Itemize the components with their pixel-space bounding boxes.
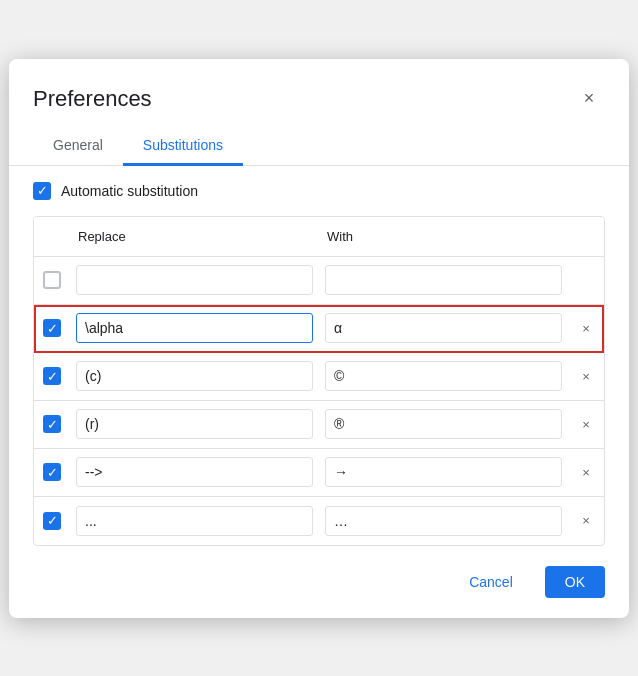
row-with-copyright [319, 357, 568, 395]
tab-general[interactable]: General [33, 127, 123, 166]
checkmark-icon: ✓ [37, 184, 48, 197]
table-row: ✓ × [34, 305, 604, 353]
auto-substitution-row: ✓ Automatic substitution [33, 182, 605, 200]
ok-button[interactable]: OK [545, 566, 605, 598]
checkmark-copyright-icon: ✓ [47, 370, 58, 383]
checkbox-copyright[interactable]: ✓ [43, 367, 61, 385]
replace-input-registered[interactable] [76, 409, 313, 439]
with-input-registered[interactable] [325, 409, 562, 439]
dialog-header: Preferences × [9, 59, 629, 127]
with-input-copyright[interactable] [325, 361, 562, 391]
checkmark-registered-icon: ✓ [47, 418, 58, 431]
table-body: ✓ × ✓ [34, 257, 604, 545]
tab-content: ✓ Automatic substitution Replace With [9, 182, 629, 546]
with-input-alpha[interactable] [325, 313, 562, 343]
row-replace-empty [70, 261, 319, 299]
delete-icon-arrow: × [582, 465, 590, 480]
row-replace-alpha [70, 309, 319, 347]
header-with: With [319, 225, 568, 248]
delete-icon-alpha: × [582, 321, 590, 336]
row-with-alpha [319, 309, 568, 347]
substitutions-table: Replace With [33, 216, 605, 546]
row-delete-registered[interactable]: × [568, 417, 604, 432]
header-replace: Replace [70, 225, 319, 248]
replace-input-alpha[interactable] [76, 313, 313, 343]
cancel-button[interactable]: Cancel [449, 566, 533, 598]
row-delete-arrow[interactable]: × [568, 465, 604, 480]
row-checkbox-alpha[interactable]: ✓ [34, 319, 70, 337]
row-with-registered [319, 405, 568, 443]
with-input-ellipsis[interactable] [325, 506, 562, 536]
table-row: ✓ × [34, 449, 604, 497]
table-row: ✓ × [34, 353, 604, 401]
with-input-empty[interactable] [325, 265, 562, 295]
checkmark-alpha-icon: ✓ [47, 322, 58, 335]
table-row: ✓ × [34, 401, 604, 449]
close-icon: × [584, 88, 595, 109]
row-with-arrow [319, 453, 568, 491]
with-input-arrow[interactable] [325, 457, 562, 487]
row-checkbox-arrow[interactable]: ✓ [34, 463, 70, 481]
auto-substitution-checkbox[interactable]: ✓ [33, 182, 51, 200]
dialog-footer: Cancel OK [9, 546, 629, 598]
checkbox-arrow[interactable]: ✓ [43, 463, 61, 481]
row-replace-arrow [70, 453, 319, 491]
header-checkbox-col [34, 225, 70, 248]
row-checkbox-ellipsis[interactable]: ✓ [34, 512, 70, 530]
delete-icon-registered: × [582, 417, 590, 432]
table-header: Replace With [34, 217, 604, 257]
checkbox-ellipsis[interactable]: ✓ [43, 512, 61, 530]
table-row [34, 257, 604, 305]
replace-input-ellipsis[interactable] [76, 506, 313, 536]
row-delete-alpha[interactable]: × [568, 321, 604, 336]
checkbox-registered[interactable]: ✓ [43, 415, 61, 433]
replace-input-arrow[interactable] [76, 457, 313, 487]
dialog-title: Preferences [33, 86, 152, 112]
row-replace-copyright [70, 357, 319, 395]
row-with-empty [319, 261, 568, 299]
row-checkbox-registered[interactable]: ✓ [34, 415, 70, 433]
checkbox-alpha[interactable]: ✓ [43, 319, 61, 337]
row-delete-ellipsis[interactable]: × [568, 513, 604, 528]
row-delete-copyright[interactable]: × [568, 369, 604, 384]
row-replace-ellipsis [70, 502, 319, 540]
row-checkbox-empty[interactable] [34, 271, 70, 289]
header-delete-col [568, 225, 604, 248]
close-button[interactable]: × [573, 83, 605, 115]
delete-icon-ellipsis: × [582, 513, 590, 528]
auto-substitution-label: Automatic substitution [61, 183, 198, 199]
replace-input-copyright[interactable] [76, 361, 313, 391]
checkmark-ellipsis-icon: ✓ [47, 514, 58, 527]
preferences-dialog: Preferences × General Substitutions ✓ Au… [9, 59, 629, 618]
tab-bar: General Substitutions [9, 127, 629, 166]
row-checkbox-copyright[interactable]: ✓ [34, 367, 70, 385]
row-replace-registered [70, 405, 319, 443]
row-with-ellipsis [319, 502, 568, 540]
replace-input-empty[interactable] [76, 265, 313, 295]
tab-substitutions[interactable]: Substitutions [123, 127, 243, 166]
checkmark-arrow-icon: ✓ [47, 466, 58, 479]
delete-icon-copyright: × [582, 369, 590, 384]
table-row: ✓ × [34, 497, 604, 545]
